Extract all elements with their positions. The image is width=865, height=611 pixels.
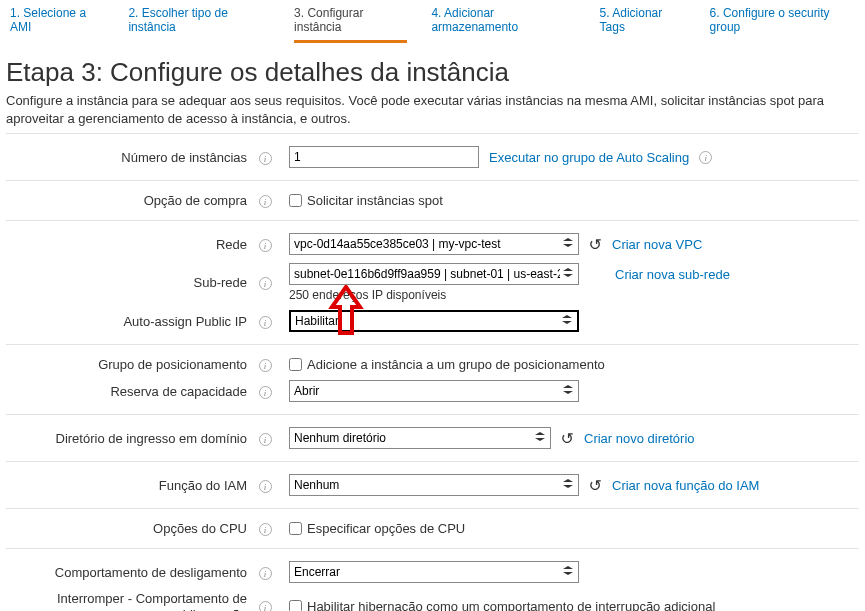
placement-checkbox-label: Adicione a instância a um grupo de posic… <box>307 357 605 372</box>
shutdown-select[interactable]: Encerrar <box>289 561 579 583</box>
subnet-select[interactable]: subnet-0e116b6d9ff9aa959 | subnet-01 | u… <box>289 263 579 285</box>
capacity-select[interactable]: Abrir <box>289 380 579 402</box>
refresh-icon[interactable]: ↻ <box>589 476 602 495</box>
placement-checkbox[interactable] <box>289 358 302 371</box>
refresh-icon[interactable]: ↻ <box>589 235 602 254</box>
iam-select[interactable]: Nenhum <box>289 474 579 496</box>
info-icon[interactable]: i <box>259 386 272 399</box>
auto-ip-select[interactable]: Habilitar <box>289 310 579 332</box>
spot-checkbox-label: Solicitar instâncias spot <box>307 193 443 208</box>
subnet-ip-count: 250 endereços IP disponíveis <box>289 288 446 302</box>
iam-label: Função do IAM <box>6 478 251 493</box>
wizard-step-4[interactable]: 4. Adicionar armazenamento <box>431 6 575 43</box>
wizard-steps: 1. Selecione a AMI 2. Escolher tipo de i… <box>6 6 859 47</box>
hibernate-label: Interromper - Comportamento de hibernaçã… <box>6 591 251 611</box>
info-icon[interactable]: i <box>259 480 272 493</box>
purchase-option-label: Opção de compra <box>6 193 251 208</box>
wizard-step-1[interactable]: 1. Selecione a AMI <box>10 6 104 43</box>
subnet-label: Sub-rede <box>6 275 251 290</box>
wizard-step-2[interactable]: 2. Escolher tipo de instância <box>128 6 270 43</box>
wizard-step-5[interactable]: 5. Adicionar Tags <box>600 6 686 43</box>
shutdown-label: Comportamento de desligamento <box>6 565 251 580</box>
auto-scaling-link[interactable]: Executar no grupo de Auto Scaling <box>489 150 689 165</box>
page-description: Configure a instância para se adequar ao… <box>6 92 859 127</box>
info-icon[interactable]: i <box>259 433 272 446</box>
configure-form: Número de instâncias i Executar no grupo… <box>6 133 859 611</box>
create-iam-link[interactable]: Criar nova função do IAM <box>612 478 759 493</box>
create-subnet-link[interactable]: Criar nova sub-rede <box>615 267 730 282</box>
directory-label: Diretório de ingresso em domínio <box>6 431 251 446</box>
info-icon[interactable]: i <box>259 601 272 611</box>
wizard-step-6[interactable]: 6. Configure o security group <box>710 6 855 43</box>
info-icon[interactable]: i <box>259 523 272 536</box>
capacity-label: Reserva de capacidade <box>6 384 251 399</box>
network-select[interactable]: vpc-0d14aa55ce385ce03 | my-vpc-test <box>289 233 579 255</box>
cpu-label: Opções do CPU <box>6 521 251 536</box>
refresh-icon[interactable]: ↻ <box>561 429 574 448</box>
auto-ip-label: Auto-assign Public IP <box>6 314 251 329</box>
create-vpc-link[interactable]: Criar nova VPC <box>612 237 702 252</box>
wizard-step-3[interactable]: 3. Configurar instância <box>294 6 407 43</box>
info-icon[interactable]: i <box>259 316 272 329</box>
spot-checkbox[interactable] <box>289 194 302 207</box>
info-icon[interactable]: i <box>259 277 272 290</box>
cpu-checkbox[interactable] <box>289 522 302 535</box>
hibernate-checkbox-label: Habilitar hibernação como um comportamen… <box>307 599 715 611</box>
hibernate-checkbox[interactable] <box>289 600 302 611</box>
info-icon[interactable]: i <box>259 567 272 580</box>
info-icon[interactable]: i <box>699 151 712 164</box>
info-icon[interactable]: i <box>259 195 272 208</box>
info-icon[interactable]: i <box>259 152 272 165</box>
network-label: Rede <box>6 237 251 252</box>
num-instances-label: Número de instâncias <box>6 150 251 165</box>
num-instances-input[interactable] <box>289 146 479 168</box>
info-icon[interactable]: i <box>259 239 272 252</box>
placement-label: Grupo de posicionamento <box>6 357 251 372</box>
page-title: Etapa 3: Configure os detalhes da instân… <box>6 57 859 88</box>
create-directory-link[interactable]: Criar novo diretório <box>584 431 695 446</box>
directory-select[interactable]: Nenhum diretório <box>289 427 551 449</box>
cpu-checkbox-label: Especificar opções de CPU <box>307 521 465 536</box>
info-icon[interactable]: i <box>259 359 272 372</box>
